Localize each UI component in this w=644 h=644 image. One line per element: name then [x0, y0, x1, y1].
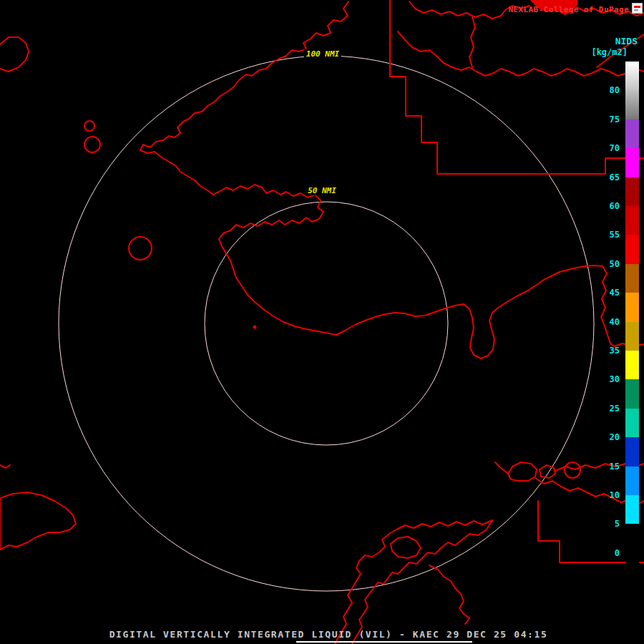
colorbar-segment [625, 351, 639, 379]
island-bottom-left [0, 492, 76, 550]
legend-units: [kg/m2] [591, 47, 628, 57]
radar-display: 100 NMI 50 NMI NEXLAB-College of DuPage … [0, 0, 644, 644]
colorbar-segment [625, 293, 639, 321]
lake-southeast-a [508, 462, 537, 481]
legend-title: NIDS [615, 36, 638, 47]
islet-small-upper [84, 121, 94, 131]
range-ring-label-50nmi: 50 NMI [306, 186, 338, 195]
colorbar-segment [625, 467, 639, 495]
estuary-south-shore [352, 520, 492, 644]
shoreline-left-edge [0, 465, 10, 468]
colorbar-segment [625, 495, 639, 524]
colorbar-segment [625, 437, 639, 466]
range-ring-100nmi [59, 56, 594, 591]
footer-underline [296, 641, 472, 643]
map-outlines [0, 0, 644, 644]
colorbar-segment [625, 206, 639, 235]
colorbar [625, 62, 639, 567]
river-southeast-tail [495, 462, 508, 474]
lake-ring-west [129, 237, 152, 260]
dupage-logo-icon [632, 3, 643, 14]
range-ring-50nmi [205, 202, 448, 445]
river-connector-vertical [469, 17, 475, 67]
estuary-southeast-arm [429, 565, 469, 624]
colorbar-segment [625, 379, 639, 408]
product-status-line: DIGITAL VERTICALLY INTEGRATED LIQUID (VI… [6, 629, 644, 640]
state-boundary-north [390, 0, 644, 174]
colorbar-segment [625, 148, 639, 177]
range-ring-label-100nmi: 100 NMI [304, 49, 341, 59]
colorbar-segment [625, 90, 639, 119]
range-rings [59, 56, 594, 591]
colorbar-segment [625, 62, 639, 90]
lake-ring-southeast [565, 462, 580, 478]
colorbar-segment [625, 177, 639, 206]
brand-text: NEXLAB-College of DuPage [508, 5, 629, 14]
colorbar-segment [625, 235, 639, 263]
island-top-left [0, 37, 29, 72]
colorbar-segment [625, 119, 639, 148]
colorbar-segment [625, 322, 639, 351]
radar-map [0, 0, 644, 644]
colorbar-segment [625, 524, 639, 552]
coastline-main [140, 1, 644, 358]
lake-southeast-b [540, 465, 555, 478]
islet-dot-center [253, 326, 257, 329]
islet-ring-upper [84, 137, 100, 152]
colorbar-segment [625, 409, 639, 437]
colorbar-segment [625, 264, 639, 293]
estuary-inner-lake [391, 537, 421, 558]
